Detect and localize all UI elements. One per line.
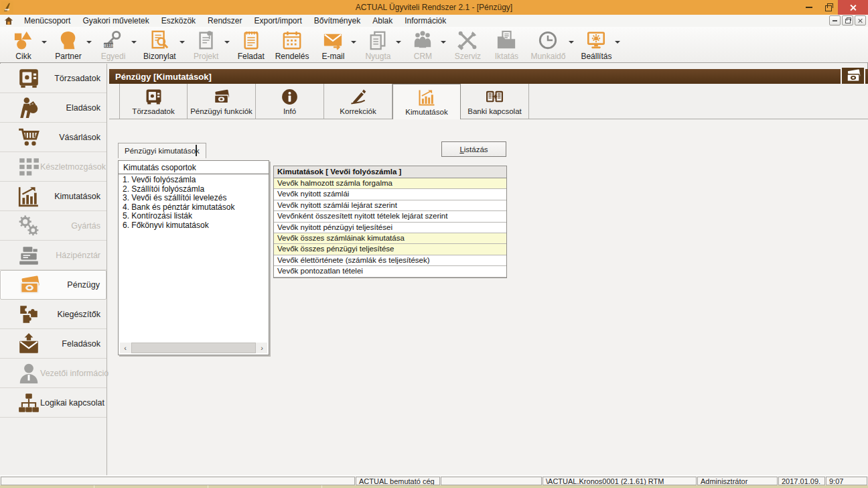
toolbar-egyedi: Egyedi — [94, 29, 133, 61]
report-row[interactable]: Vevők pontozatlan tételei — [274, 266, 506, 277]
sidebar-item-penzugy[interactable]: Pénzügy — [0, 270, 106, 300]
people-icon — [413, 29, 433, 51]
group-item-fokonyvi[interactable]: 6. Főkönyvi kimutatások — [123, 221, 265, 231]
horizontal-scrollbar[interactable]: ‹ › — [120, 343, 267, 353]
taskbar-edge — [0, 485, 868, 488]
safe-icon — [145, 88, 163, 106]
beallitas-dropdown-arrow[interactable] — [615, 41, 620, 44]
tab-penzugyi-funkciok[interactable]: Pénzügyi funkciók — [188, 84, 256, 119]
sidebar-item-logikai-kapcsolat[interactable]: Logikai kapcsolat — [0, 388, 106, 418]
close-icon — [858, 18, 863, 23]
mdi-close-button[interactable] — [855, 15, 866, 25]
function-tabstrip: Törzsadatok Pénzügyi funkciók Infó Korre… — [109, 84, 868, 119]
scrollbar-thumb[interactable] — [131, 343, 256, 353]
toolbar-partner[interactable]: Partner — [49, 29, 88, 61]
sidebar-item-kiegeszitok[interactable]: Kiegészítők — [0, 300, 106, 329]
sidebar-item-eladasok[interactable]: Eladások — [0, 93, 106, 123]
page-title: Pénzügy [Kimutatások] — [115, 72, 212, 82]
grid-icon — [17, 156, 40, 178]
mdi-restore-button[interactable] — [842, 15, 853, 25]
cash-register-icon — [17, 244, 40, 267]
status-company: ACTUAL bemutató cég — [356, 477, 440, 485]
sidebar-item-kimutatasok[interactable]: Kimutatások — [0, 182, 106, 211]
tab-torzsadatok[interactable]: Törzsadatok — [119, 84, 188, 119]
report-row[interactable]: Vevők élettörténete (számlák és teljesít… — [274, 255, 506, 266]
report-row[interactable]: Vevők nyitott számlái — [274, 189, 506, 200]
menu-eszkozok[interactable]: Eszközök — [155, 15, 202, 27]
chart-icon — [418, 88, 436, 107]
minimize-button[interactable] — [799, 0, 818, 15]
gears-icon — [17, 215, 40, 237]
cikk-dropdown-arrow[interactable] — [42, 41, 47, 44]
bank-transfer-icon — [486, 88, 504, 106]
scroll-left-arrow-icon[interactable]: ‹ — [120, 343, 131, 353]
status-segment — [441, 477, 542, 485]
app-logo-icon — [1, 1, 13, 13]
module-corner-button[interactable] — [841, 66, 865, 85]
partner-dropdown-arrow[interactable] — [86, 41, 92, 44]
report-row[interactable]: Vevők összes pénzügyi teljesítése — [274, 244, 506, 255]
scroll-right-arrow-icon[interactable]: › — [257, 343, 267, 353]
tab-kimutatasok[interactable]: Kimutatások — [392, 84, 461, 119]
group-item-vevoi-folyoszamla[interactable]: 1. Vevői folyószámla — [123, 176, 265, 185]
monitor-gear-icon — [586, 29, 606, 51]
title-bar: ACTUAL Ügyviteli Rendszer 2.1 - [Pénzügy… — [0, 0, 868, 15]
subtab-penzugyi-kimutatasok[interactable]: Pénzügyi kimutatások — [118, 143, 206, 158]
munkaido-dropdown-arrow — [569, 41, 574, 44]
menu-export-import[interactable]: Export/import — [248, 15, 307, 27]
report-row[interactable]: Vevők halmozott számla forgalma — [274, 178, 506, 189]
toolbar-feladat[interactable]: Feladat — [232, 29, 271, 61]
documents-icon — [368, 29, 388, 51]
envelope-icon — [323, 29, 343, 51]
close-icon — [849, 4, 857, 11]
toolbar-beallitas[interactable]: Beállítás — [576, 29, 616, 61]
menu-informaciok[interactable]: Információk — [399, 15, 452, 27]
toolbar-crm: CRM — [403, 29, 442, 61]
menu-bovitmenyek[interactable]: Bővítmények — [308, 15, 366, 27]
report-row[interactable]: Vevők összes számláinak kimutatása — [274, 233, 506, 244]
menu-rendszer[interactable]: Rendszer — [202, 15, 248, 27]
menu-gyakori-muveletek[interactable]: Gyakori műveletek — [76, 15, 155, 27]
head-icon — [58, 29, 78, 51]
toolbar-munkaido: Munkaidő — [526, 29, 570, 61]
close-button[interactable] — [838, 0, 868, 15]
shapes-icon — [13, 29, 33, 51]
sidebar-item-torzsadatok[interactable]: Törzsadatok — [0, 64, 106, 93]
person-icon — [17, 362, 40, 385]
group-item-szallitoi-folyoszamla[interactable]: 2. Szállítói folyószámla — [123, 185, 265, 194]
toolbar-iktatas: Iktatás — [487, 29, 526, 61]
toolbar-email[interactable]: E-mail — [313, 29, 352, 61]
group-item-kontirozasi-listak[interactable]: 5. Kontírozási listák — [123, 212, 265, 221]
report-row[interactable]: Vevők nyitott pénzügyi teljesítései — [274, 223, 506, 233]
mdi-minimize-button[interactable] — [829, 15, 841, 25]
toolbar-cikk[interactable]: Cikk — [4, 29, 43, 61]
report-row[interactable]: Vevőnként összesített nyitott tételek le… — [274, 211, 506, 222]
menu-ablak[interactable]: Ablak — [366, 15, 399, 27]
group-item-levelezes[interactable]: 3. Vevői és szállítói levelezés — [123, 194, 265, 203]
tab-info[interactable]: Infó — [256, 84, 324, 119]
sidebar-item-feladasok[interactable]: Feladások — [0, 329, 106, 359]
egyedi-dropdown-arrow — [131, 41, 137, 44]
group-item-bank-penztar[interactable]: 4. Bank és pénztár kimutatások — [123, 203, 265, 212]
key-icon — [103, 29, 123, 51]
bizonylat-dropdown-arrow[interactable] — [179, 41, 185, 44]
sidebar-item-keszletmozgasok: Készletmozgások — [0, 152, 106, 182]
tab-korrekciok[interactable]: Korrekciók — [324, 84, 392, 119]
report-groups-header: Kimutatás csoportok — [119, 161, 269, 174]
email-dropdown-arrow[interactable] — [351, 41, 356, 44]
menu-menucsoport[interactable]: Menücsoport — [18, 15, 76, 27]
toolbar-rendeles[interactable]: Rendelés — [271, 29, 314, 61]
tab-banki-kapcsolat[interactable]: Banki kapcsolat — [461, 84, 529, 119]
report-row[interactable]: Vevők nyitott számlái lejárat szerint — [274, 200, 506, 211]
mail-up-icon — [17, 332, 40, 355]
restore-button[interactable] — [818, 0, 838, 15]
projekt-dropdown-arrow — [224, 41, 230, 44]
sidebar-item-vasarlasok[interactable]: Vásárlások — [0, 123, 106, 152]
toolbar-nyugta: Nyugta — [358, 29, 397, 61]
pencil-icon — [349, 88, 367, 106]
money-icon — [845, 68, 861, 84]
listazas-button[interactable]: Listázás — [441, 141, 506, 157]
window-title: ACTUAL Ügyviteli Rendszer 2.1 - [Pénzügy… — [356, 3, 512, 12]
toolbar-bizonylat[interactable]: Bizonylat — [139, 29, 181, 61]
menu-bar: Menücsoport Gyakori műveletek Eszközök R… — [0, 15, 868, 27]
